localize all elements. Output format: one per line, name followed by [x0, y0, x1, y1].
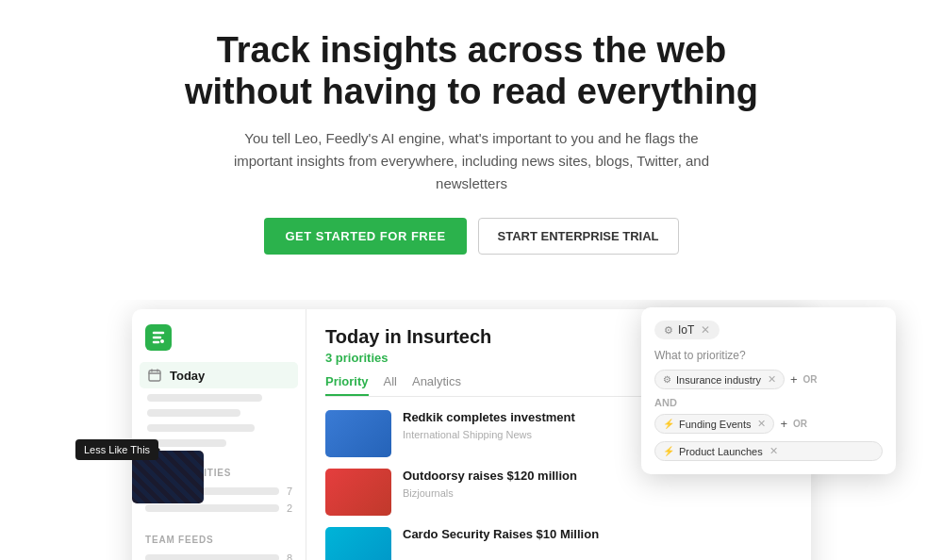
leo-bar-2: [145, 504, 279, 512]
hero-title: Track insights across the web without ha…: [141, 30, 802, 112]
feed-item-3[interactable]: Cardo Security Raises $10 Million: [325, 527, 792, 560]
svg-point-0: [160, 339, 164, 343]
feed-info-3: Cardo Security Raises $10 Million: [403, 527, 599, 546]
sidebar: Today LEO PRIORITIES 7 2: [132, 309, 306, 560]
feed-title-3: Cardo Security Raises $10 Million: [403, 527, 599, 543]
today-icon: [147, 368, 162, 383]
tab-priority[interactable]: Priority: [325, 374, 369, 396]
tab-all[interactable]: All: [384, 374, 397, 396]
feed-title-2: Outdoorsy raises $120 million: [403, 469, 577, 485]
insurance-icon: ⚙: [663, 374, 671, 385]
hero-title-line2: without having to read everything: [185, 72, 758, 111]
team-section-label: TEAM FEEDS: [145, 535, 292, 545]
feed-source-1: International Shipping News: [403, 429, 575, 440]
enterprise-trial-button[interactable]: START ENTERPRISE TRIAL: [478, 218, 679, 255]
svg-rect-1: [149, 371, 160, 381]
funding-close-icon[interactable]: ✕: [757, 418, 766, 430]
insurance-label: Insurance industry: [676, 374, 761, 386]
leo-count-1: 7: [287, 486, 292, 497]
leo-popover: ⚙ IoT ✕ What to prioritize? ⚙ Insurance …: [641, 307, 896, 474]
nav-today-label: Today: [170, 369, 205, 383]
leo-header: ⚙ IoT ✕: [654, 321, 883, 339]
feed-thumb-1: [325, 410, 391, 457]
or-label-1: OR: [802, 374, 817, 385]
leo-question: What to prioritize?: [654, 349, 883, 362]
demo-area: Today LEO PRIORITIES 7 2: [0, 300, 943, 560]
add-funding-btn[interactable]: +: [780, 417, 787, 431]
funding-label: Funding Events: [679, 419, 751, 430]
feed-thumb-2: [325, 469, 391, 516]
insurance-close-icon[interactable]: ✕: [768, 373, 776, 386]
funding-icon: ⚡: [663, 419, 674, 429]
iot-icon: ⚙: [664, 324, 673, 337]
team-feeds-section: TEAM FEEDS 8 14: [132, 525, 306, 560]
plus-icon: +: [790, 372, 798, 387]
or-label-2: OR: [793, 419, 807, 429]
add-insurance-btn[interactable]: +: [790, 372, 798, 387]
hero-section: Track insights across the web without ha…: [0, 0, 943, 300]
team-count-1: 8: [287, 552, 292, 560]
leo-filter-row-1: ⚙ Insurance industry ✕ + OR: [654, 370, 883, 389]
product-launches-row: ⚡ Product Launches ✕: [654, 441, 883, 461]
and-label: AND: [654, 397, 883, 408]
feed-info-1: Redkik completes investment Internationa…: [403, 410, 575, 440]
funding-events-chip[interactable]: ⚡ Funding Events ✕: [654, 414, 774, 434]
less-like-this-text: Less Like This: [84, 444, 150, 455]
feed-item-2[interactable]: Outdoorsy raises $120 million Bizjournal…: [325, 469, 792, 516]
insurance-industry-chip[interactable]: ⚙ Insurance industry ✕: [654, 370, 785, 389]
feed-thumb-3: [325, 527, 391, 560]
product-icon: ⚡: [663, 446, 674, 456]
skeleton-line: [147, 424, 255, 432]
iot-close-icon[interactable]: ✕: [701, 323, 710, 337]
feed-source-2: Bizjournals: [403, 487, 577, 499]
skeleton-line: [147, 409, 240, 417]
product-launches-chip[interactable]: ⚡ Product Launches ✕: [654, 441, 883, 461]
leo-item-row-2: 2: [145, 502, 292, 514]
sidebar-logo: [132, 321, 306, 362]
cta-buttons: GET STARTED FOR FREE START ENTERPRISE TR…: [19, 218, 924, 255]
get-started-button[interactable]: GET STARTED FOR FREE: [264, 218, 466, 255]
tab-analytics[interactable]: Analytics: [412, 374, 461, 396]
feed-info-2: Outdoorsy raises $120 million Bizjournal…: [403, 469, 577, 499]
plus-icon-2: +: [780, 417, 787, 431]
leo-count-2: 2: [287, 502, 292, 514]
hero-subtitle: You tell Leo, Feedly's AI engine, what's…: [226, 127, 717, 195]
product-label: Product Launches: [679, 446, 763, 457]
skeleton-line: [147, 394, 262, 402]
feed-title-1: Redkik completes investment: [403, 410, 575, 426]
iot-tag[interactable]: ⚙ IoT ✕: [654, 321, 720, 339]
nav-item-today[interactable]: Today: [140, 362, 298, 388]
hero-title-line1: Track insights across the web: [217, 30, 727, 70]
feedly-logo-icon: [145, 324, 172, 351]
team-bar-1: [145, 554, 279, 560]
team-item-row-1: 8: [145, 552, 292, 560]
less-like-this-tooltip: Less Like This: [75, 439, 158, 460]
product-close-icon[interactable]: ✕: [769, 445, 778, 457]
iot-label: IoT: [678, 323, 694, 337]
leo-filter-row-2: ⚡ Funding Events ✕ + OR: [654, 414, 883, 434]
